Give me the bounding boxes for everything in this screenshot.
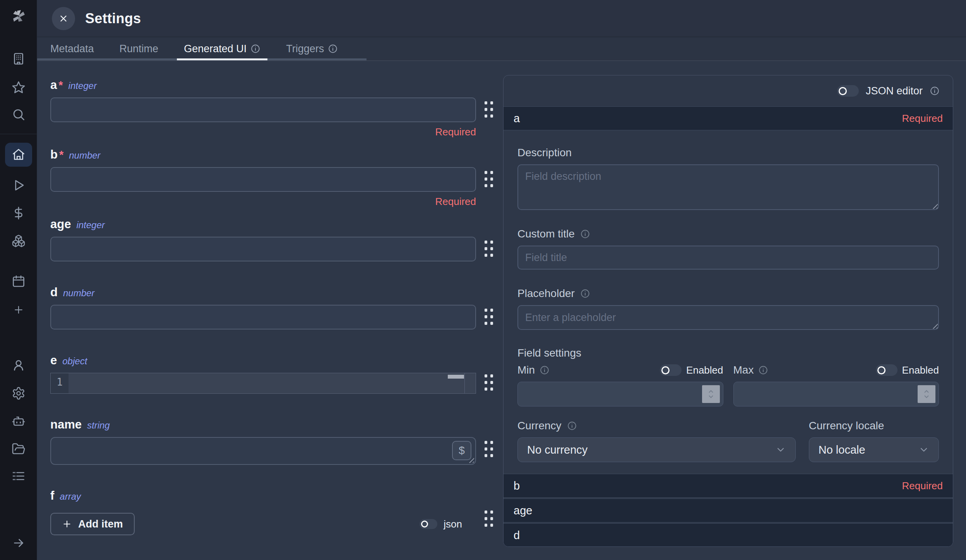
info-icon[interactable] bbox=[580, 289, 590, 299]
info-icon[interactable] bbox=[567, 421, 577, 431]
field-type-label: string bbox=[87, 420, 110, 431]
sidebar-item-runs[interactable] bbox=[9, 176, 28, 195]
currency-label: Currency bbox=[517, 420, 562, 432]
required-error: Required bbox=[50, 196, 476, 208]
required-error: Required bbox=[50, 126, 476, 138]
workspace-building-icon[interactable] bbox=[9, 50, 28, 68]
sidebar-item-users[interactable] bbox=[9, 356, 28, 375]
sidebar-item-variables[interactable] bbox=[9, 204, 28, 222]
chevron-down-icon bbox=[918, 444, 929, 455]
min-enabled-toggle[interactable] bbox=[660, 364, 682, 376]
currency-locale-select[interactable]: No locale bbox=[809, 437, 939, 462]
description-label: Description bbox=[517, 147, 572, 159]
max-number-input[interactable] bbox=[733, 382, 939, 406]
field-age-input[interactable] bbox=[50, 237, 476, 261]
json-editor-toggle[interactable] bbox=[837, 85, 859, 97]
field-a: a* integer Required bbox=[50, 78, 476, 138]
field-name-label: name bbox=[50, 418, 82, 432]
info-icon[interactable] bbox=[580, 229, 590, 239]
json-editor-row: JSON editor bbox=[504, 75, 953, 106]
drag-handle[interactable] bbox=[485, 374, 493, 391]
field-type-label: number bbox=[69, 150, 100, 161]
sidebar-item-schedules[interactable] bbox=[9, 272, 28, 290]
tab-runtime[interactable]: Runtime bbox=[120, 37, 159, 60]
sidebar-item-home[interactable] bbox=[5, 143, 32, 167]
tab-triggers[interactable]: Triggers bbox=[286, 37, 338, 60]
max-enabled-label: Enabled bbox=[902, 364, 939, 376]
form-preview: a* integer Required b* number Required bbox=[50, 78, 476, 559]
field-type-label: array bbox=[60, 491, 81, 502]
field-e: e object 1 bbox=[50, 353, 476, 394]
number-spinner[interactable] bbox=[918, 385, 935, 403]
inspector-field-editor: Description Custom title Placeholder bbox=[504, 147, 953, 474]
sidebar-item-settings-gear-icon[interactable] bbox=[9, 384, 28, 403]
topbar: Settings bbox=[37, 0, 966, 37]
currency-select[interactable]: No currency bbox=[517, 437, 796, 462]
search-icon[interactable] bbox=[9, 105, 28, 124]
field-b: b* number Required bbox=[50, 148, 476, 208]
min-enabled-label: Enabled bbox=[686, 364, 723, 376]
inspector-row-b[interactable]: b Required bbox=[504, 474, 953, 498]
favorites-star-icon[interactable] bbox=[9, 78, 28, 97]
json-toggle[interactable] bbox=[420, 519, 437, 529]
field-name-label: f bbox=[50, 489, 54, 503]
page-title: Settings bbox=[85, 10, 141, 27]
drag-handle[interactable] bbox=[485, 241, 493, 257]
field-a-input[interactable] bbox=[50, 97, 476, 122]
sidebar bbox=[0, 0, 37, 560]
max-enabled-toggle[interactable] bbox=[876, 364, 897, 376]
drag-handle[interactable] bbox=[485, 101, 493, 118]
field-b-input[interactable] bbox=[50, 167, 476, 192]
field-name-label: d bbox=[50, 285, 58, 299]
close-icon bbox=[58, 14, 69, 24]
field-settings-label: Field settings bbox=[517, 347, 581, 359]
inspector-row-age[interactable]: age bbox=[504, 499, 953, 522]
field-type-label: number bbox=[63, 288, 94, 299]
custom-title-label: Custom title bbox=[517, 228, 575, 240]
windmill-logo[interactable] bbox=[9, 7, 28, 26]
drag-handle[interactable] bbox=[485, 441, 493, 457]
tab-generated-ui[interactable]: Generated UI bbox=[184, 37, 260, 60]
required-badge: Required bbox=[902, 113, 943, 125]
drag-handle[interactable] bbox=[485, 171, 493, 187]
field-name-textarea[interactable]: $ bbox=[50, 437, 476, 465]
drag-handle[interactable] bbox=[485, 510, 493, 527]
min-number-input[interactable] bbox=[517, 382, 723, 406]
sidebar-item-folders-icon[interactable] bbox=[9, 440, 28, 458]
json-code-editor[interactable]: 1 bbox=[50, 373, 476, 394]
custom-title-input[interactable] bbox=[517, 246, 939, 270]
info-icon[interactable] bbox=[758, 365, 768, 375]
inspector-row-a[interactable]: a Required bbox=[504, 106, 953, 130]
info-icon[interactable] bbox=[250, 44, 260, 54]
number-spinner[interactable] bbox=[702, 385, 720, 403]
field-d-input[interactable] bbox=[50, 305, 476, 330]
sidebar-add-button[interactable] bbox=[9, 300, 28, 319]
sidebar-item-logs-list-icon[interactable] bbox=[9, 467, 28, 485]
field-f: f array Add item json bbox=[50, 489, 476, 535]
sidebar-item-ai-bot-icon[interactable] bbox=[9, 412, 28, 430]
min-setting: Min Enabled bbox=[517, 364, 723, 406]
close-button[interactable] bbox=[52, 7, 75, 30]
field-name-label: b bbox=[50, 148, 58, 162]
placeholder-textarea[interactable] bbox=[517, 305, 939, 330]
sidebar-collapse-arrow-icon[interactable] bbox=[9, 534, 28, 552]
field-d: d number bbox=[50, 285, 476, 330]
drag-handle[interactable] bbox=[485, 309, 493, 325]
placeholder-label: Placeholder bbox=[517, 287, 575, 300]
sidebar-item-resources[interactable] bbox=[9, 232, 28, 250]
description-textarea[interactable] bbox=[517, 164, 939, 210]
info-icon[interactable] bbox=[930, 86, 940, 96]
add-item-button[interactable]: Add item bbox=[50, 513, 135, 535]
info-icon[interactable] bbox=[540, 365, 550, 375]
inspector-row-d[interactable]: d bbox=[504, 523, 953, 547]
variable-picker-button[interactable]: $ bbox=[452, 441, 471, 460]
max-label: Max bbox=[733, 364, 754, 376]
editor-horizontal-scrollbar[interactable] bbox=[448, 375, 464, 379]
currency-setting: Currency No currency bbox=[517, 420, 796, 462]
info-icon[interactable] bbox=[328, 44, 338, 54]
field-type-label: object bbox=[62, 356, 87, 367]
tab-metadata[interactable]: Metadata bbox=[50, 37, 94, 60]
field-age: age integer bbox=[50, 217, 476, 261]
chevron-down-icon bbox=[775, 444, 786, 455]
json-toggle-label: json bbox=[444, 518, 462, 530]
